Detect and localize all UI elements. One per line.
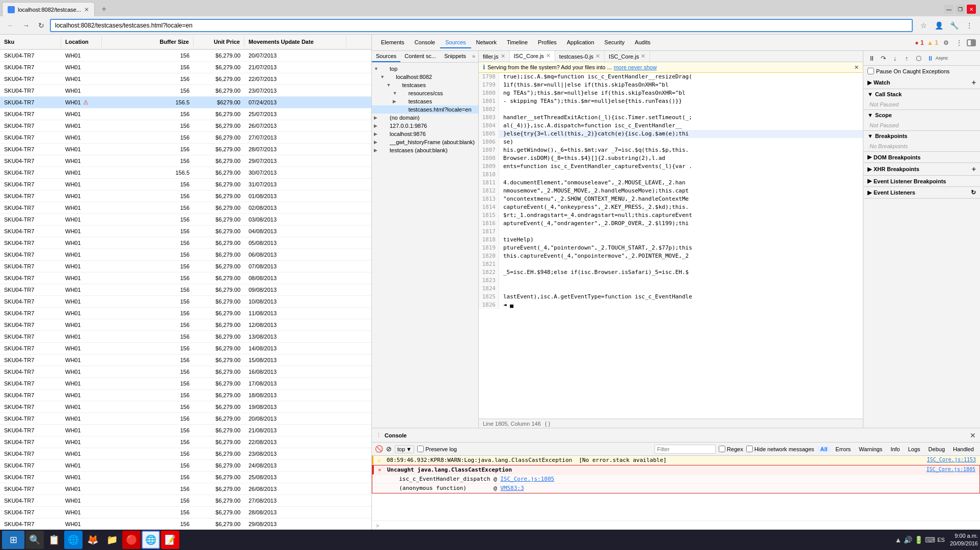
network-icon[interactable]: ▲ [894,536,902,544]
step-out-button[interactable]: ↑ [902,53,912,63]
taskbar-chrome-icon[interactable]: 🌐 [142,531,160,549]
close-testcases-tab[interactable]: ✕ [595,53,600,60]
taskbar-app2-icon[interactable]: 📝 [161,531,179,549]
language-indicator[interactable]: ES [937,537,945,543]
log-level-debug[interactable]: Debug [925,446,948,453]
devtools-tab-application[interactable]: Application [562,37,600,48]
close-button[interactable]: ✕ [967,5,976,14]
table-row[interactable]: SKU04-TR7 WH01 156 $6,279.00 10/08/2013 [0,296,371,308]
xhr-add-button[interactable]: + [972,165,976,173]
browser-tab[interactable]: localhost:8082/testcase... ✕ [2,2,95,16]
code-line[interactable]: 1816aptureEvent(_4,"ondragenter",_2.DROP… [479,219,863,228]
restore-button[interactable]: ❐ [956,5,965,14]
regex-label[interactable]: Regex [719,446,743,452]
source-tab-filler[interactable]: filler.js ✕ [479,51,510,62]
table-row[interactable]: SKU04-TR7 WH01 156 $6,279.00 17/08/2013 [0,378,371,390]
tree-item[interactable]: ▼testcases [372,81,478,89]
xhr-breakpoints-header[interactable]: ▶ XHR Breakpoints + [863,163,980,175]
profile-icon[interactable]: 👤 [932,19,945,32]
table-row[interactable]: SKU04-TR7 WH01 156 $6,279.00 22/08/2013 [0,436,371,448]
tree-item[interactable]: ▶127.0.0.1:9876 [372,122,478,130]
code-line[interactable]: 1804al(_4))},isc.A.dispatch=function isc… [479,122,863,130]
table-row[interactable]: SKU04-TR7 WH01 156 $6,279.00 09/08/2013 [0,284,371,296]
breakpoints-header[interactable]: ▼ Breakpoints [863,131,980,141]
devtools-settings-icon[interactable]: ⚙ [940,37,951,48]
source-tab-isc-core2[interactable]: ISC_Core.js ✕ [605,51,650,62]
table-row[interactable]: SKU04-TR7 WH01 156 $6,279.00 08/08/2013 [0,272,371,284]
taskbar-firefox-icon[interactable]: 🦊 [84,531,102,549]
table-row[interactable]: SKU04-TR7 WH01 156 $6,279.00 21/07/2013 [0,62,371,73]
devtools-dock-icon[interactable] [967,39,976,46]
table-row[interactable]: SKU04-TR7 WH01 156 $6,279.00 29/08/2013 [0,518,371,530]
code-line[interactable]: 1818tiveHelp) [479,236,863,244]
event-listeners-header[interactable]: ▶ Event Listeners ↻ [863,187,980,198]
step-over-button[interactable]: ↷ [878,53,888,63]
table-row[interactable]: SKU04-TR7 WH01 156 $6,279.00 20/08/2013 [0,413,371,425]
table-row[interactable]: SKU04-TR7 WH01 156 $6,279.00 18/08/2013 [0,390,371,401]
table-row[interactable]: SKU04-TR7 WH01 156 $6,279.00 06/08/2013 [0,249,371,261]
refresh-button[interactable]: ↻ [35,19,48,32]
log-level-errors[interactable]: Errors [832,446,854,453]
info-bar-close[interactable]: ✕ [854,64,859,71]
table-row[interactable]: SKU04-TR7 WH01 156 $6,279.00 28/07/2013 [0,144,371,155]
console-context-selector[interactable]: top ▼ [395,445,414,453]
pause-resume-button[interactable]: ⏸ [866,53,877,63]
devtools-tab-sources[interactable]: Sources [440,37,471,48]
watch-header[interactable]: ▶ Watch + [863,76,980,89]
source-tab-testcases[interactable]: testcases-0.js ✕ [555,51,605,62]
event-listeners-refresh[interactable]: ↻ [971,189,976,196]
code-line[interactable]: 1823 [479,277,863,285]
code-line[interactable]: 1819ptureEvent(_4,"pointerdown",_2.TOUCH… [479,244,863,252]
table-row[interactable]: SKU04-TR7 WH01 156 $6,279.00 27/07/2013 [0,132,371,144]
table-row[interactable]: SKU04-TR7 WH01 156 $6,279.00 31/07/2013 [0,179,371,190]
pause-exceptions-button[interactable]: ⏸ [925,53,935,63]
close-isc-core2-tab[interactable]: ✕ [641,53,645,60]
table-row[interactable]: SKU04-TR7 WH01 156 $6,279.00 24/08/2013 [0,460,371,472]
close-isc-tab[interactable]: ✕ [546,52,551,59]
log-level-logs[interactable]: Logs [905,446,923,453]
tree-item[interactable]: ▶localhost:9876 [372,130,478,138]
close-filler-tab[interactable]: ✕ [501,53,505,60]
code-line[interactable]: 1826◄ ▄ [479,301,863,309]
console-filter-icon[interactable]: ⊘ [386,445,392,453]
info-bar-link[interactable]: more never show [614,64,657,70]
taskbar-task-view-icon[interactable]: 📋 [45,531,63,549]
table-row[interactable]: SKU04-TR7 WH01 156 $6,279.00 29/07/2013 [0,155,371,167]
log-level-warnings[interactable]: Warnings [856,446,885,453]
devtools-tab-profiles[interactable]: Profiles [533,37,562,48]
tree-item[interactable]: ▼resources/css [372,89,478,97]
table-row[interactable]: SKU04-TR7 WH01 156 $6,279.00 16/08/2013 [0,366,371,378]
devtools-tab-timeline[interactable]: Timeline [502,37,533,48]
code-line[interactable]: 1813"oncontextmenu",_2.SHOW_CONTEXT_MENU… [479,195,863,203]
tree-item[interactable]: ▶__gwt_historyFrame (about:blank) [372,138,478,146]
hide-network-checkbox[interactable] [746,446,753,452]
address-bar[interactable] [50,19,913,32]
taskbar-search-icon[interactable]: 🔍 [25,531,44,549]
table-row[interactable]: SKU04-TR7 WH01 156 $6,279.00 19/08/2013 [0,401,371,413]
stack-source-link[interactable]: ISC_Core.js:1805 [500,476,554,482]
battery-icon[interactable]: 🔋 [914,536,923,544]
code-line[interactable]: 1822_5=isc.EH.$948;else if(isc.Browser.i… [479,268,863,277]
code-line[interactable]: 17991if(this.$mr=null||else if(this.skip… [479,81,863,89]
preserve-log-label[interactable]: Preserve log [417,446,457,452]
table-row[interactable]: SKU04-TR7 WH01 156 $6,279.00 21/08/2013 [0,425,371,436]
table-row[interactable]: SKU04-TR7 WH01 156 $6,279.00 25/07/2013 [0,108,371,120]
sources-subtab-more[interactable]: » [470,51,477,62]
code-line[interactable]: 1798true);isc.A.$mq=function isc_c_Event… [479,73,863,81]
code-line[interactable]: 1803handler__setThreadExitAction(_l){isc… [479,114,863,122]
sources-tree[interactable]: ▼top ▼localhost:8082 ▼testcases ▼resourc… [372,63,478,428]
code-line[interactable]: 1817 [479,228,863,236]
table-row[interactable]: SKU04-TR7 WH01 156 $6,279.00 05/08/2013 [0,237,371,249]
event-listener-bp-header[interactable]: ▶ Event Listener Breakpoints [863,176,980,186]
pause-caught-checkbox[interactable] [867,68,874,74]
code-line[interactable]: 1809ents=function isc_c_EventHandler_cap… [479,162,863,171]
taskbar-clock[interactable]: 9:00 a.m. 20/09/2016 [950,532,978,548]
menu-icon[interactable]: ⋮ [963,19,976,32]
table-row[interactable]: SKU04-TR7 WH01 156 $6,279.00 01/08/2013 [0,190,371,202]
source-tab-isc-core[interactable]: ISC_Core.js ✕ [510,51,555,62]
taskbar-files-icon[interactable]: 📁 [103,531,121,549]
table-row[interactable]: SKU04-TR7 WH01 156.5 $6,279.00 30/07/201… [0,167,371,179]
regex-checkbox[interactable] [719,446,725,452]
dom-breakpoints-header[interactable]: ▶ DOM Breakpoints [863,152,980,162]
code-line[interactable]: 1810 [479,171,863,179]
